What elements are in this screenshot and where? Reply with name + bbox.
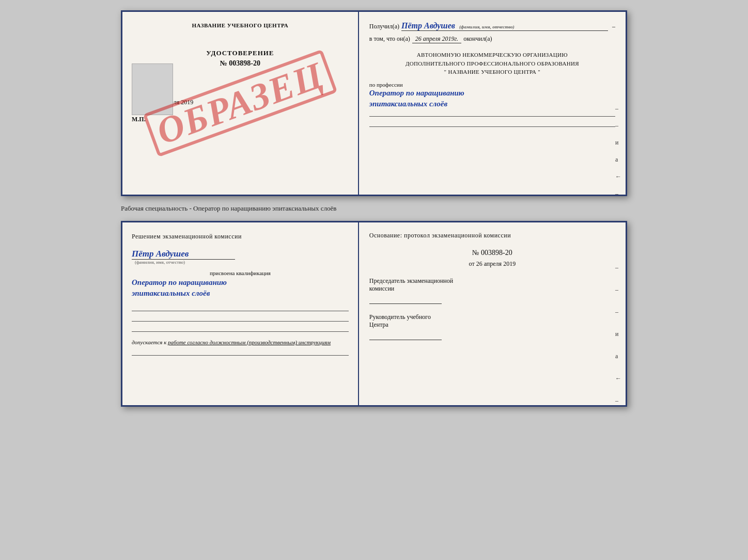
poluchil-label: Получил(а): [369, 23, 399, 30]
kval-line1: Оператор по наращиванию: [132, 277, 349, 288]
completion-date: 26 апреля 2019г.: [412, 35, 461, 43]
dopuskaetsya-underline: [132, 348, 349, 356]
doc-bottom: Решением экзаменационной комиссии Пётр А…: [121, 221, 627, 407]
dopuskaetsya-line: допускается к работе согласно должностны…: [132, 339, 349, 345]
profession-line2: эпитаксиальных слоёв: [369, 99, 615, 109]
rukovoditel-sig-line: [369, 333, 442, 340]
separator-text: Рабочая специальность - Оператор по нара…: [121, 203, 627, 214]
bottom-name-block: Пётр Авдушев (фамилия, имя, отчество): [132, 249, 349, 265]
rukovoditel-line2: Центра: [369, 321, 615, 329]
resheniem-label: Решением экзаменационной комиссии: [132, 233, 349, 241]
doc-top-right: Получил(а) Пётр Авдушев (фамилия, имя, о…: [359, 12, 626, 195]
dopuskaetsya-label: допускается к: [132, 339, 166, 345]
bottom-familiya-label: (фамилия, имя, отчество): [135, 260, 349, 265]
dopuskaetsya-text: работе согласно должностным (производств…: [168, 339, 331, 345]
prisvoena-label: присвоена квалификация: [132, 270, 349, 276]
doc-bottom-right: Основание: протокол экзаменационной коми…: [359, 222, 626, 405]
doc-top: НАЗВАНИЕ УЧЕБНОГО ЦЕНТРА УДОСТОВЕРЕНИЕ №…: [121, 10, 627, 196]
mp-line: М.П.: [132, 116, 349, 123]
vtom-line: в том, что он(а) 26 апреля 2019г. окончи…: [369, 35, 615, 43]
profession-line1: Оператор по наращиванию: [369, 88, 615, 99]
certificate-container: НАЗВАНИЕ УЧЕБНОГО ЦЕНТРА УДОСТОВЕРЕНИЕ №…: [10, 10, 738, 407]
doc-bottom-left: Решением экзаменационной комиссии Пётр А…: [122, 222, 359, 405]
okonchil-label: окончил(а): [463, 35, 492, 43]
predsedatel-sig-line: [369, 297, 442, 304]
predsedatel-line1: Председатель экзаменационной: [369, 277, 615, 285]
ot-date-line: от 26 апреля 2019: [369, 260, 615, 268]
underline2: [369, 120, 615, 127]
predsedatel-block: Председатель экзаменационной комиссии: [369, 277, 615, 304]
photo-placeholder: [132, 63, 173, 115]
center-name-top: НАЗВАНИЕ УЧЕБНОГО ЦЕНТРА: [132, 22, 349, 28]
ot-label: от: [469, 260, 475, 267]
poluchil-line: Получил(а) Пётр Авдушев (фамилия, имя, о…: [369, 21, 615, 31]
right-dashes: – – и а ← – –: [615, 105, 621, 195]
kval-line2: эпитаксиальных слоёв: [132, 288, 349, 299]
predsedatel-line2: комиссии: [369, 285, 615, 293]
bottom-underline1: [132, 304, 349, 311]
udostoverenie-title: УДОСТОВЕРЕНИЕ: [132, 49, 349, 57]
bottom-underline3: [132, 325, 349, 332]
osnovanie-title: Основание: протокол экзаменационной коми…: [369, 232, 615, 239]
right-dashes-bottom-doc: – – – и а ← – –: [615, 264, 621, 405]
bottom-underlines: [132, 304, 349, 332]
protocol-number: № 003898-20: [369, 249, 615, 257]
familiya-label-top: (фамилия, имя, отчество): [459, 24, 515, 29]
underline1: [369, 109, 615, 117]
recipient-name: Пётр Авдушев (фамилия, имя, отчество): [401, 21, 608, 31]
org-line3: " НАЗВАНИЕ УЧЕБНОГО ЦЕНТРА ": [369, 68, 615, 76]
org-line2: ДОПОЛНИТЕЛЬНОГО ПРОФЕССИОНАЛЬНОГО ОБРАЗО…: [369, 59, 615, 68]
doc-top-left: НАЗВАНИЕ УЧЕБНОГО ЦЕНТРА УДОСТОВЕРЕНИЕ №…: [122, 12, 359, 195]
org-line1: АВТОНОМНУЮ НЕКОММЕРЧЕСКУЮ ОРГАНИЗАЦИЮ: [369, 51, 615, 59]
vtom-label: в том, что он(а): [369, 35, 410, 43]
bottom-name-handwritten: Пётр Авдушев: [132, 249, 235, 260]
org-block: АВТОНОМНУЮ НЕКОММЕРЧЕСКУЮ ОРГАНИЗАЦИЮ ДО…: [369, 51, 615, 76]
po-professii-block: по профессии Оператор по наращиванию эпи…: [369, 82, 615, 109]
rukovoditel-block: Руководитель учебного Центра: [369, 313, 615, 340]
bottom-underline2: [132, 314, 349, 322]
ot-date: 26 апреля 2019: [476, 260, 516, 267]
po-professii-label: по профессии: [369, 82, 615, 88]
rukovoditel-line1: Руководитель учебного: [369, 313, 615, 321]
